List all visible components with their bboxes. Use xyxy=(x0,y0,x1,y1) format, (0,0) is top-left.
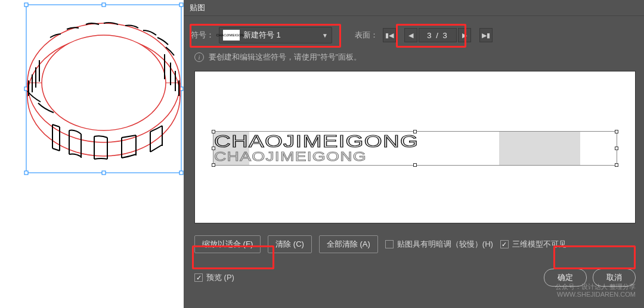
svg-point-12 xyxy=(42,35,166,130)
symbol-dropdown[interactable]: CHAOJIMEIGONG 新建符号 1 ▼ xyxy=(219,27,332,43)
invisible-geometry-checkbox[interactable]: 三维模型不可见 xyxy=(500,239,566,250)
preview-checkbox[interactable]: 预览 (P) xyxy=(194,272,234,283)
checkbox-box xyxy=(194,273,203,282)
clear-all-button[interactable]: 全部清除 (A) xyxy=(319,235,378,253)
invisible-geometry-label: 三维模型不可见 xyxy=(512,239,566,250)
surface-label: 表面： xyxy=(355,30,378,41)
watermark: 公众号：设计达人 整理分享 WWW.SHEJIDAREN.COM xyxy=(555,283,636,298)
surface-nav: ▮◀ ◀ 3 / 3 ▶ ▶▮ xyxy=(383,28,493,42)
svg-rect-2 xyxy=(102,3,106,7)
first-surface-button[interactable]: ▮◀ xyxy=(383,28,396,42)
artwork-bounding-box[interactable] xyxy=(213,131,617,166)
next-surface-button[interactable]: ▶ xyxy=(458,28,471,42)
bottom-controls: 缩放以适合 (F) 清除 (C) 全部清除 (A) 贴图具有明暗调（较慢）(H)… xyxy=(184,223,644,257)
svg-rect-6 xyxy=(24,171,28,175)
svg-rect-7 xyxy=(102,171,106,175)
shading-checkbox[interactable]: 贴图具有明暗调（较慢）(H) xyxy=(385,239,493,250)
dialog-title: 贴图 xyxy=(184,0,644,16)
preview-label: 预览 (P) xyxy=(206,272,234,283)
preview-area[interactable]: CHAOJIMEIGONG CHAOJIMEIGONG xyxy=(194,71,636,223)
info-icon: i xyxy=(194,52,204,62)
watermark-line2: WWW.SHEJIDAREN.COM xyxy=(555,291,636,298)
info-row: i 要创建和编辑这些符号，请使用"符号"面板。 xyxy=(184,51,644,69)
canvas-area[interactable] xyxy=(0,0,184,308)
checkbox-box xyxy=(500,240,509,248)
chevron-down-icon: ▼ xyxy=(322,32,328,39)
watermark-line1: 公众号：设计达人 整理分享 xyxy=(555,283,636,291)
options-row: 符号： CHAOJIMEIGONG 新建符号 1 ▼ 表面： ▮◀ ◀ 3 / … xyxy=(184,16,644,51)
symbol-selected-name: 新建符号 1 xyxy=(243,30,281,41)
checkbox-box xyxy=(385,240,394,248)
ring-artwork xyxy=(0,0,184,185)
svg-rect-8 xyxy=(179,171,183,175)
clear-button[interactable]: 清除 (C) xyxy=(268,235,312,253)
symbol-thumbnail: CHAOJIMEIGONG xyxy=(223,30,240,41)
footer-row: 预览 (P) 确定 取消 xyxy=(184,257,644,287)
map-art-dialog: 贴图 符号： CHAOJIMEIGONG 新建符号 1 ▼ 表面： ▮◀ ◀ 3… xyxy=(184,0,644,308)
svg-rect-1 xyxy=(24,3,28,7)
last-surface-button[interactable]: ▶▮ xyxy=(479,28,493,42)
svg-rect-3 xyxy=(179,3,183,7)
symbol-label: 符号： xyxy=(191,30,214,41)
scale-to-fit-button[interactable]: 缩放以适合 (F) xyxy=(194,235,261,253)
prev-surface-button[interactable]: ◀ xyxy=(404,28,417,42)
surface-page-display: 3 / 3 xyxy=(419,28,457,42)
info-text: 要创建和编辑这些符号，请使用"符号"面板。 xyxy=(209,52,361,63)
shading-label: 贴图具有明暗调（较慢）(H) xyxy=(397,239,493,250)
